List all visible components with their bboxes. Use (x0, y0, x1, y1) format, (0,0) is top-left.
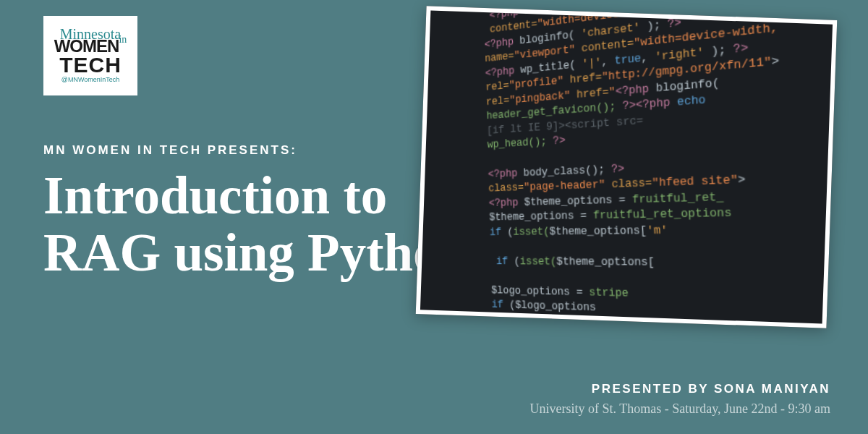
logo-text-women: WOMEN (54, 36, 119, 56)
eyebrow-text: MN WOMEN IN TECH PRESENTS: (43, 143, 297, 158)
presenter-name: PRESENTED BY SONA MANIYAN (592, 382, 830, 396)
decorative-code-image: $logo_options = stripslashes( ); <?php l… (416, 6, 838, 328)
logo-text-in: in (119, 34, 127, 46)
logo-text-tech: TECH (59, 55, 122, 75)
event-title: Introduction to RAG using Python (43, 168, 477, 282)
event-details: University of St. Thomas - Saturday, Jun… (530, 401, 830, 417)
organization-logo: Minnesota WOMEN in TECH @MNWomenInTech (43, 16, 137, 95)
logo-social-handle: @MNWomenInTech (61, 76, 120, 83)
code-snippet: $logo_options = stripslashes( ); <?php l… (421, 6, 838, 328)
